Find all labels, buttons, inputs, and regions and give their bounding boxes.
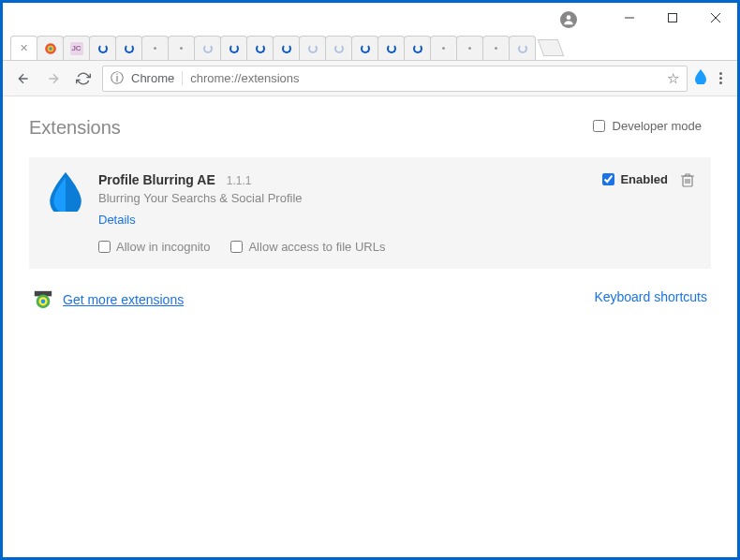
trash-icon[interactable] xyxy=(681,172,694,190)
get-more-extensions-link[interactable]: Get more extensions xyxy=(63,292,184,307)
allow-incognito-label: Allow in incognito xyxy=(116,240,210,254)
svg-point-7 xyxy=(49,47,52,51)
tab[interactable] xyxy=(89,36,116,60)
allow-file-urls-checkbox[interactable] xyxy=(230,241,243,253)
forward-button[interactable] xyxy=(42,67,65,90)
loading-spinner-icon xyxy=(96,42,110,55)
address-bar[interactable]: ⓘ Chrome chrome://extensions ☆ xyxy=(102,66,688,92)
chrome-icon xyxy=(44,42,57,55)
titlebar xyxy=(3,3,737,33)
developer-mode-label: Developer mode xyxy=(613,119,702,133)
allow-file-urls-toggle[interactable]: Allow access to file URLs xyxy=(230,240,385,254)
drop-extension-icon[interactable] xyxy=(695,69,706,87)
allow-incognito-toggle[interactable]: Allow in incognito xyxy=(98,240,210,254)
loading-spinner-icon xyxy=(516,42,529,55)
close-tab-icon[interactable]: ✕ xyxy=(20,42,28,54)
tab[interactable] xyxy=(115,36,142,60)
close-window-button[interactable] xyxy=(694,3,737,33)
loading-spinner-icon xyxy=(359,42,372,55)
tab[interactable] xyxy=(141,36,169,60)
enabled-label: Enabled xyxy=(620,172,668,186)
dot-icon xyxy=(154,47,156,50)
allow-incognito-checkbox[interactable] xyxy=(98,241,111,253)
tab[interactable] xyxy=(509,36,536,60)
tab[interactable] xyxy=(246,36,274,60)
allow-file-urls-label: Allow access to file URLs xyxy=(248,240,385,254)
tab[interactable] xyxy=(404,36,431,60)
maximize-button[interactable] xyxy=(651,3,694,33)
tab[interactable] xyxy=(430,36,457,60)
site-info-icon[interactable]: ⓘ xyxy=(111,70,124,87)
page-content: Extensions Developer mode Profile Blurri… xyxy=(3,96,737,557)
loading-spinner-icon xyxy=(333,42,346,55)
loading-spinner-icon xyxy=(123,42,136,55)
loading-spinner-icon xyxy=(201,42,215,55)
bookmark-star-icon[interactable]: ☆ xyxy=(667,70,679,87)
tab-strip: ✕ JC xyxy=(3,33,737,61)
enabled-toggle[interactable]: Enabled xyxy=(602,172,668,186)
extension-body: Profile Blurring AE 1.1.1 Blurring Your … xyxy=(98,172,589,254)
tab[interactable]: JC xyxy=(63,36,90,60)
url-text: chrome://extensions xyxy=(190,71,299,85)
tab[interactable] xyxy=(220,36,247,60)
loading-spinner-icon xyxy=(228,42,241,55)
tab[interactable] xyxy=(351,36,378,60)
loading-spinner-icon xyxy=(385,42,398,55)
keyboard-shortcuts-link[interactable]: Keyboard shortcuts xyxy=(594,289,707,310)
svg-point-0 xyxy=(567,15,571,20)
profile-avatar[interactable] xyxy=(560,11,577,28)
extension-version: 1.1.1 xyxy=(227,174,252,187)
tab[interactable] xyxy=(456,36,483,60)
dot-icon xyxy=(468,47,471,50)
avatar-icon: JC xyxy=(70,42,83,55)
bottom-links: Get more extensions Keyboard shortcuts xyxy=(29,289,711,310)
tab[interactable] xyxy=(299,36,326,60)
tab[interactable] xyxy=(325,36,352,60)
tab[interactable] xyxy=(482,36,510,60)
toolbar: ⓘ Chrome chrome://extensions ☆ xyxy=(3,61,737,96)
svg-point-12 xyxy=(41,300,46,304)
extension-card: Profile Blurring AE 1.1.1 Blurring Your … xyxy=(29,157,711,269)
loading-spinner-icon xyxy=(306,42,319,55)
loading-spinner-icon xyxy=(280,42,293,55)
extension-details-link[interactable]: Details xyxy=(98,213,136,227)
reload-button[interactable] xyxy=(72,67,95,90)
tab[interactable] xyxy=(194,36,221,60)
loading-spinner-icon xyxy=(254,42,267,55)
chrome-store-icon xyxy=(33,289,53,310)
browser-window: ✕ JC ⓘ Chrome chrome://extensions ☆ xyxy=(3,3,737,557)
get-more-extensions: Get more extensions xyxy=(33,289,184,310)
new-tab-button[interactable] xyxy=(538,39,565,56)
url-scheme: Chrome xyxy=(131,71,183,85)
developer-mode-toggle[interactable]: Developer mode xyxy=(593,119,702,133)
extension-icon xyxy=(46,172,85,212)
tab[interactable] xyxy=(168,36,195,60)
minimize-button[interactable] xyxy=(608,3,651,33)
developer-mode-checkbox[interactable] xyxy=(593,120,605,132)
extension-name: Profile Blurring AE xyxy=(98,172,215,187)
dot-icon xyxy=(180,47,183,50)
tab-active[interactable]: ✕ xyxy=(10,36,37,60)
back-button[interactable] xyxy=(12,67,35,90)
tab[interactable] xyxy=(377,36,405,60)
dot-icon xyxy=(442,47,445,50)
enabled-checkbox[interactable] xyxy=(602,173,614,185)
loading-spinner-icon xyxy=(411,42,424,55)
tab[interactable] xyxy=(273,36,300,60)
browser-menu-button[interactable] xyxy=(714,72,728,84)
extension-description: Blurring Your Searchs & Social Profile xyxy=(98,191,589,205)
svg-rect-2 xyxy=(669,14,677,22)
tab[interactable] xyxy=(37,36,64,60)
dot-icon xyxy=(495,47,497,50)
